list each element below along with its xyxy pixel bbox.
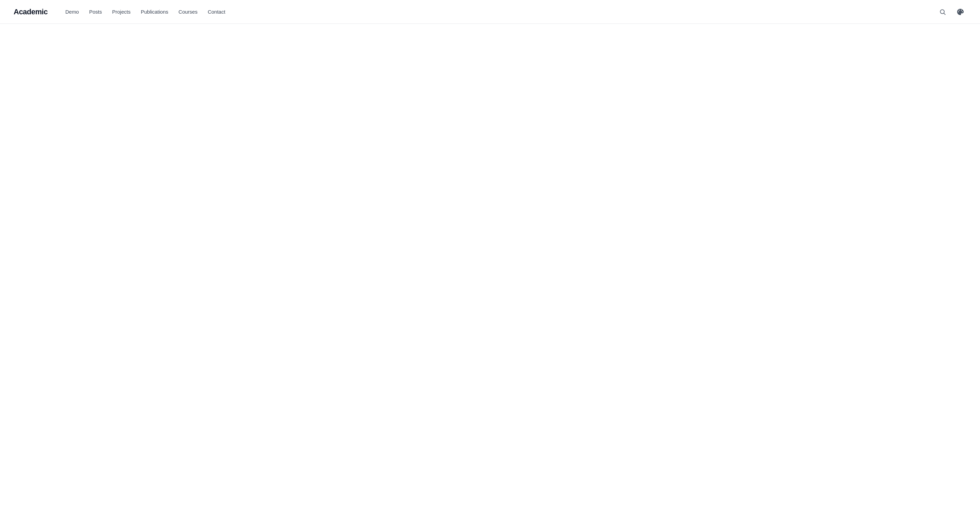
nav-item-demo[interactable]: Demo (61, 7, 83, 17)
search-icon (939, 8, 946, 15)
header-right (937, 6, 966, 18)
site-header: Academic Demo Posts Projects Publication… (0, 0, 980, 24)
svg-line-1 (944, 13, 946, 14)
main-content (0, 24, 980, 517)
site-logo[interactable]: Academic (14, 8, 48, 16)
nav-item-contact[interactable]: Contact (204, 7, 229, 17)
svg-point-0 (940, 10, 944, 14)
nav-item-projects[interactable]: Projects (108, 7, 134, 17)
nav-item-posts[interactable]: Posts (85, 7, 106, 17)
palette-icon (956, 8, 964, 16)
main-nav: Demo Posts Projects Publications Courses… (61, 7, 229, 17)
nav-item-publications[interactable]: Publications (137, 7, 172, 17)
header-left: Academic Demo Posts Projects Publication… (14, 7, 229, 17)
nav-item-courses[interactable]: Courses (175, 7, 202, 17)
theme-button[interactable] (954, 6, 966, 18)
search-button[interactable] (937, 6, 949, 18)
